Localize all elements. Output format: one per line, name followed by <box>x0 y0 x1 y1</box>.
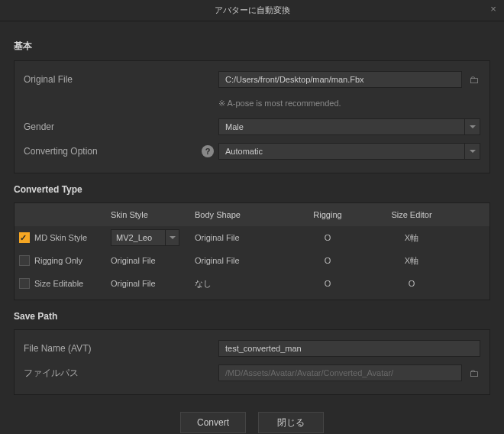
folder-icon[interactable]: 🗀 <box>467 366 480 380</box>
section-converted-type-title: Converted Type <box>14 184 490 195</box>
folder-icon[interactable]: 🗀 <box>467 73 480 86</box>
row-original-file: Original File C:/Users/front/Desktop/man… <box>24 69 480 90</box>
titlebar: アバターに自動変換 × <box>0 0 504 21</box>
converted-type-body: MD Skin StyleMV2_LeoOriginal FileOX軸Rigg… <box>15 226 489 295</box>
field-original-file: C:/Users/front/Desktop/man/man.Fbx 🗀 <box>218 71 480 88</box>
body-shape-value: Original File <box>193 256 285 265</box>
converted-type-header: Skin Style Body Shape Rigging Size Edito… <box>15 203 489 226</box>
label-file-path: ファイルパス <box>24 367 218 380</box>
size-editor-value: X軸 <box>369 232 453 244</box>
table-row: MD Skin StyleMV2_LeoOriginal FileOX軸 <box>15 226 489 249</box>
row-gender: Gender Male <box>24 116 480 138</box>
row-label: Size Editable <box>34 279 83 288</box>
section-basic-title: 基本 <box>14 40 490 53</box>
row-file-path: ファイルパス /MD/Assets/Avatar/Avatar/Converte… <box>24 362 480 384</box>
help-icon[interactable]: ? <box>202 145 214 157</box>
close-button[interactable]: 閉じる <box>258 412 324 433</box>
content: 基本 Original File C:/Users/front/Desktop/… <box>0 21 504 433</box>
row-file-name: File Name (AVT) test_converted_man <box>24 338 480 359</box>
original-file-value: C:/Users/front/Desktop/man/man.Fbx <box>225 75 364 84</box>
skin-style-select[interactable]: MV2_Leo <box>111 229 179 246</box>
rigging-value: O <box>285 233 369 242</box>
rigging-value: O <box>285 279 369 288</box>
checkbox[interactable] <box>19 278 30 289</box>
convert-button[interactable]: Convert <box>180 412 246 433</box>
header-body-shape: Body Shape <box>193 210 285 219</box>
apose-note: ※ A-pose is most recommended. <box>218 99 341 108</box>
converted-type-box: Skin Style Body Shape Rigging Size Edito… <box>14 202 490 300</box>
row-label: Rigging Only <box>34 256 82 265</box>
footer: Convert 閉じる <box>14 412 490 433</box>
section-save-path-title: Save Path <box>14 311 490 322</box>
label-converting-option: Converting Option ? <box>24 145 218 157</box>
checkbox[interactable] <box>19 255 30 266</box>
save-path-box: File Name (AVT) test_converted_man ファイルパ… <box>14 329 490 395</box>
header-skin-style: Skin Style <box>109 210 193 219</box>
table-row: Size EditableOriginal FileなしOO <box>15 272 489 295</box>
table-row: Rigging OnlyOriginal FileOriginal FileOX… <box>15 249 489 272</box>
size-editor-value: O <box>369 279 453 288</box>
original-file-input[interactable]: C:/Users/front/Desktop/man/man.Fbx <box>218 71 462 88</box>
body-shape-value: Original File <box>193 233 285 242</box>
label-file-name: File Name (AVT) <box>24 343 218 354</box>
converting-option-value: Automatic <box>225 147 263 156</box>
window-title: アバターに自動変換 <box>215 5 290 16</box>
chevron-down-icon <box>165 230 179 245</box>
skin-style-value: Original File <box>109 279 193 288</box>
close-icon[interactable]: × <box>487 3 499 15</box>
size-editor-value: X軸 <box>369 255 453 267</box>
chevron-down-icon <box>464 144 480 159</box>
row-apose-note: ※ A-pose is most recommended. <box>24 93 480 115</box>
file-path-input: /MD/Assets/Avatar/Avatar/Converted_Avata… <box>218 364 462 381</box>
body-shape-value: なし <box>193 278 285 290</box>
gender-value: Male <box>225 122 244 131</box>
converting-option-select[interactable]: Automatic <box>218 143 480 160</box>
label-gender: Gender <box>24 121 218 132</box>
label-original-file: Original File <box>24 74 218 85</box>
header-rigging: Rigging <box>285 210 369 219</box>
chevron-down-icon <box>464 119 480 134</box>
file-name-input[interactable]: test_converted_man <box>218 340 480 357</box>
gender-select[interactable]: Male <box>218 118 480 135</box>
row-label: MD Skin Style <box>34 233 87 242</box>
row-converting-option: Converting Option ? Automatic <box>24 141 480 162</box>
file-name-value: test_converted_man <box>225 344 302 353</box>
file-path-value: /MD/Assets/Avatar/Avatar/Converted_Avata… <box>225 368 393 377</box>
checkbox[interactable] <box>19 232 30 243</box>
header-size-editor: Size Editor <box>369 210 453 219</box>
basic-box: Original File C:/Users/front/Desktop/man… <box>14 60 490 173</box>
skin-style-value: Original File <box>109 256 193 265</box>
rigging-value: O <box>285 256 369 265</box>
